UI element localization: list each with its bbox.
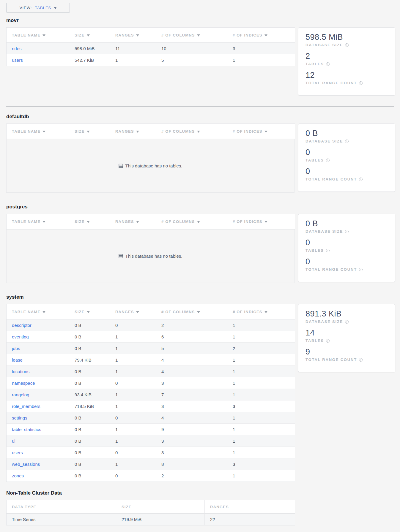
table-name-cell: role_members bbox=[7, 400, 69, 412]
table-link[interactable]: lease bbox=[12, 357, 23, 362]
table-name-cell: zones bbox=[7, 470, 69, 482]
column-header-data-type[interactable]: DATA TYPE bbox=[7, 500, 116, 514]
info-icon[interactable] bbox=[345, 320, 349, 324]
columns-cell: 3 bbox=[156, 447, 227, 458]
tables-count-value: 0 bbox=[305, 238, 390, 247]
tables-count-value: 0 bbox=[305, 148, 390, 157]
info-icon[interactable] bbox=[359, 358, 363, 362]
size-cell: 0 B bbox=[69, 319, 110, 331]
sort-arrow-icon bbox=[87, 311, 90, 313]
ranges-cell: 1 bbox=[110, 331, 156, 343]
indices-cell: 3 bbox=[227, 458, 295, 470]
column-header-size[interactable]: SIZE bbox=[69, 124, 110, 139]
info-icon[interactable] bbox=[326, 339, 330, 343]
info-icon[interactable] bbox=[345, 140, 349, 143]
table-link[interactable]: jobs bbox=[12, 346, 20, 351]
column-header-ranges[interactable]: RANGES bbox=[110, 28, 156, 43]
table-name-cell: web_sessions bbox=[7, 458, 69, 470]
info-icon[interactable] bbox=[359, 81, 363, 85]
columns-cell: 4 bbox=[156, 366, 227, 377]
info-icon[interactable] bbox=[345, 43, 349, 47]
table-name-cell: namespace bbox=[7, 377, 69, 389]
column-header-columns[interactable]: # OF COLUMNS bbox=[156, 214, 227, 229]
ranges-cell: 0 bbox=[110, 377, 156, 389]
size-cell: 0 B bbox=[69, 470, 110, 482]
table-row: web_sessions 0 B 1 8 3 bbox=[7, 458, 295, 470]
table-row: rides 598.0 MiB 11 10 3 bbox=[7, 43, 295, 54]
table-row: settings 0 B 0 4 1 bbox=[7, 412, 295, 424]
table-row: locations 0 B 1 4 1 bbox=[7, 366, 295, 377]
info-icon[interactable] bbox=[326, 62, 330, 66]
database-section-postgres: postgres TABLE NAME SIZE RANGES # OF COL… bbox=[6, 203, 395, 283]
non-table-heading: Non-Table Cluster Data bbox=[6, 490, 395, 496]
info-icon[interactable] bbox=[326, 249, 330, 252]
table-link[interactable]: ui bbox=[12, 438, 15, 444]
column-header-ranges[interactable]: RANGES bbox=[110, 124, 156, 139]
column-header-table-name[interactable]: TABLE NAME bbox=[7, 124, 69, 139]
column-header-indices[interactable]: # OF INDICES bbox=[227, 304, 295, 319]
column-header-size[interactable]: SIZE bbox=[69, 304, 110, 319]
column-header-size[interactable]: SIZE bbox=[69, 28, 110, 43]
table-link[interactable]: namespace bbox=[12, 381, 35, 386]
column-header-table-name[interactable]: TABLE NAME bbox=[7, 214, 69, 229]
table-link[interactable]: descriptor bbox=[12, 323, 32, 328]
table-link[interactable]: users bbox=[12, 58, 23, 63]
columns-cell: 8 bbox=[156, 458, 227, 470]
ranges-cell: 0 bbox=[110, 470, 156, 482]
indices-cell: 1 bbox=[227, 331, 295, 343]
indices-cell: 1 bbox=[227, 470, 295, 482]
info-icon[interactable] bbox=[345, 230, 349, 233]
database-heading: system bbox=[6, 294, 395, 300]
table-link[interactable]: eventlog bbox=[12, 334, 29, 339]
indices-cell: 1 bbox=[227, 412, 295, 424]
database-section-defaultdb: defaultdb TABLE NAME SIZE RANGES # OF CO… bbox=[6, 113, 395, 193]
column-header-ranges[interactable]: RANGES bbox=[110, 304, 156, 319]
table-link[interactable]: web_sessions bbox=[12, 462, 40, 467]
column-header-indices[interactable]: # OF INDICES bbox=[227, 124, 295, 139]
column-header-ranges[interactable]: RANGES bbox=[110, 214, 156, 229]
column-header-columns[interactable]: # OF COLUMNS bbox=[156, 124, 227, 139]
table-link[interactable]: settings bbox=[12, 415, 27, 420]
column-header-indices[interactable]: # OF INDICES bbox=[227, 28, 295, 43]
ranges-cell: 1 bbox=[110, 424, 156, 435]
column-header-size[interactable]: SIZE bbox=[69, 214, 110, 229]
view-dropdown[interactable]: VIEW: TABLES bbox=[6, 3, 70, 13]
sort-arrow-icon bbox=[87, 131, 90, 133]
table-row: users 0 B 0 3 1 bbox=[7, 447, 295, 458]
size-cell: 598.0 MiB bbox=[69, 43, 110, 54]
table-row: Time Series 219.9 MiB 22 bbox=[7, 514, 295, 525]
ranges-cell: 0 bbox=[110, 447, 156, 458]
column-header-ranges[interactable]: RANGES bbox=[205, 500, 295, 514]
database-heading: defaultdb bbox=[6, 113, 395, 120]
column-header-columns[interactable]: # OF COLUMNS bbox=[156, 304, 227, 319]
database-heading: postgres bbox=[6, 203, 395, 210]
database-size-value: 0 B bbox=[305, 129, 390, 138]
table-link[interactable]: table_statistics bbox=[12, 427, 41, 432]
info-icon[interactable] bbox=[359, 178, 363, 181]
range-count-label: TOTAL RANGE COUNT bbox=[305, 267, 357, 272]
table-link[interactable]: role_members bbox=[12, 404, 40, 409]
column-header-columns[interactable]: # OF COLUMNS bbox=[156, 28, 227, 43]
indices-cell: 1 bbox=[227, 447, 295, 458]
table-icon bbox=[119, 164, 123, 168]
database-section-movr: movr TABLE NAME SIZE RANGES # OF COLUMNS… bbox=[6, 17, 395, 96]
columns-cell: 6 bbox=[156, 331, 227, 343]
table-link[interactable]: locations bbox=[12, 369, 29, 374]
column-header-table-name[interactable]: TABLE NAME bbox=[7, 304, 69, 319]
table-link[interactable]: rangelog bbox=[12, 392, 29, 397]
table-link[interactable]: zones bbox=[12, 473, 24, 478]
column-header-table-name[interactable]: TABLE NAME bbox=[7, 28, 69, 43]
range-count-value: 9 bbox=[305, 347, 390, 357]
info-icon[interactable] bbox=[326, 159, 330, 162]
table-name-cell: jobs bbox=[7, 343, 69, 354]
table-link[interactable]: users bbox=[12, 450, 23, 455]
table-link[interactable]: rides bbox=[12, 46, 22, 51]
column-header-indices[interactable]: # OF INDICES bbox=[227, 214, 295, 229]
info-icon[interactable] bbox=[359, 268, 363, 271]
column-header-size[interactable]: SIZE bbox=[116, 500, 205, 514]
database-size-label: DATABASE SIZE bbox=[305, 319, 343, 324]
columns-cell: 5 bbox=[156, 54, 227, 66]
data-type-cell: Time Series bbox=[7, 514, 116, 525]
range-count-label: TOTAL RANGE COUNT bbox=[305, 357, 357, 362]
database-stats-card: 0 B DATABASE SIZE 0 TABLES 0 TOTAL RANGE… bbox=[298, 124, 395, 192]
